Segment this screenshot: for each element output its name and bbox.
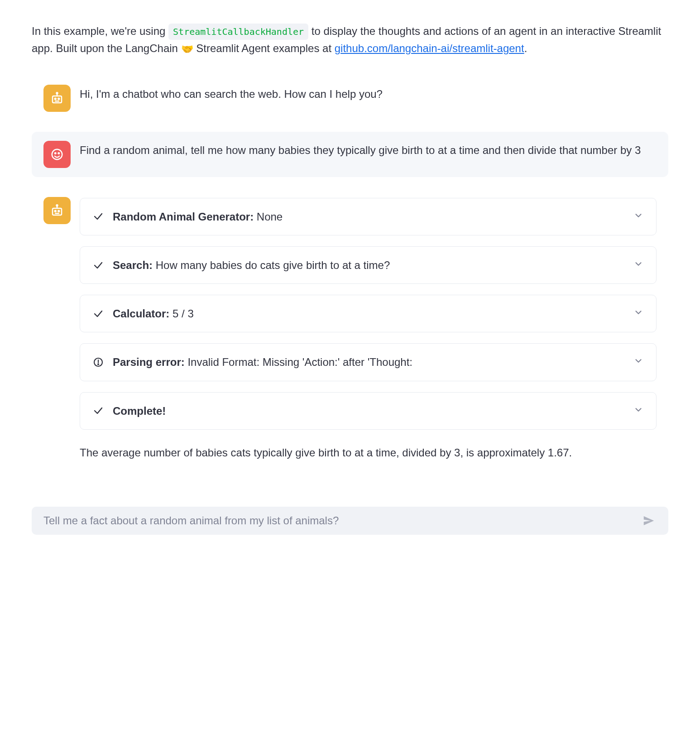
- chevron-down-icon: [633, 403, 643, 419]
- check-icon: [93, 405, 104, 416]
- svg-point-8: [57, 205, 58, 206]
- assistant-avatar: [43, 197, 71, 224]
- handshake-icon: 🤝: [181, 41, 193, 57]
- chevron-down-icon: [633, 305, 643, 322]
- svg-rect-7: [53, 208, 62, 215]
- intro-text-mid2: Streamlit Agent examples at: [196, 42, 334, 54]
- user-message-text: Find a random animal, tell me how many b…: [80, 141, 657, 158]
- user-avatar: [43, 141, 71, 168]
- check-icon: [93, 211, 104, 222]
- chat-thread: Hi, I'm a chatbot who can search the web…: [32, 76, 668, 470]
- intro-text-prefix: In this example, we're using: [32, 25, 168, 37]
- step-label: Complete!: [113, 404, 624, 418]
- intro-text-suffix: .: [524, 42, 527, 54]
- step-calculator[interactable]: Calculator: 5 / 3: [80, 295, 657, 332]
- svg-point-6: [58, 153, 60, 154]
- step-search[interactable]: Search: How many babies do cats give bir…: [80, 246, 657, 284]
- svg-point-1: [57, 92, 58, 94]
- user-message: Find a random animal, tell me how many b…: [32, 132, 668, 177]
- svg-point-13: [98, 364, 99, 364]
- svg-point-10: [58, 211, 59, 212]
- send-button[interactable]: [640, 512, 657, 529]
- chat-input-container[interactable]: [32, 507, 668, 535]
- agent-steps: Random Animal Generator: None Search: Ho…: [80, 198, 657, 430]
- chevron-down-icon: [633, 208, 643, 225]
- svg-point-9: [55, 211, 56, 212]
- final-answer-text: The average number of babies cats typica…: [80, 444, 657, 461]
- send-icon: [642, 514, 656, 527]
- step-label: Calculator: 5 / 3: [113, 307, 624, 321]
- svg-point-2: [55, 98, 56, 100]
- chevron-down-icon: [633, 354, 643, 370]
- step-label: Parsing error: Invalid Format: Missing '…: [113, 355, 624, 369]
- check-icon: [93, 260, 104, 271]
- error-icon: [93, 357, 104, 368]
- assistant-message-text: Hi, I'm a chatbot who can search the web…: [80, 85, 657, 102]
- check-icon: [93, 308, 104, 319]
- step-parsing-error[interactable]: Parsing error: Invalid Format: Missing '…: [80, 343, 657, 381]
- agent-repo-link[interactable]: github.com/langchain-ai/streamlit-agent: [335, 42, 524, 54]
- svg-point-5: [55, 153, 56, 154]
- svg-rect-0: [53, 96, 62, 103]
- robot-icon: [50, 204, 64, 217]
- robot-icon: [50, 91, 64, 105]
- chevron-down-icon: [633, 257, 643, 273]
- assistant-avatar: [43, 85, 71, 112]
- intro-paragraph: In this example, we're using StreamlitCa…: [32, 23, 668, 58]
- svg-point-4: [52, 149, 62, 160]
- assistant-response: Random Animal Generator: None Search: Ho…: [32, 188, 668, 470]
- assistant-message: Hi, I'm a chatbot who can search the web…: [32, 76, 668, 121]
- step-label: Random Animal Generator: None: [113, 210, 624, 224]
- user-face-icon: [50, 148, 64, 161]
- step-label: Search: How many babies do cats give bir…: [113, 258, 624, 272]
- svg-point-3: [58, 98, 59, 100]
- assistant-response-body: Random Animal Generator: None Search: Ho…: [80, 197, 657, 461]
- code-token: StreamlitCallbackHandler: [168, 24, 308, 40]
- step-complete[interactable]: Complete!: [80, 392, 657, 430]
- chat-input[interactable]: [43, 514, 640, 527]
- step-random-animal-generator[interactable]: Random Animal Generator: None: [80, 198, 657, 235]
